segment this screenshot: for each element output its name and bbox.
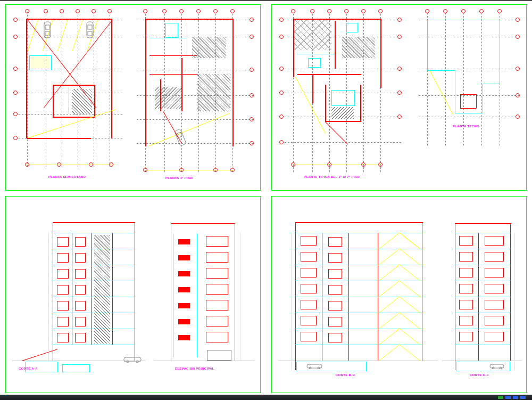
roof-edge (483, 84, 483, 113)
door (328, 253, 342, 263)
roof-edge (455, 70, 455, 113)
gridline (445, 12, 446, 145)
wall (94, 85, 95, 118)
grid-bubble (397, 91, 402, 95)
grid-bubble (291, 9, 295, 13)
furniture (331, 90, 355, 106)
window (459, 252, 473, 262)
door (75, 269, 86, 279)
grid-bubble (279, 115, 284, 119)
column (422, 222, 422, 361)
window (57, 301, 69, 311)
window (459, 316, 473, 325)
wall (460, 94, 461, 108)
sheet-bottom-left: CORTE A-A (5, 196, 261, 393)
diag (325, 121, 348, 144)
rail (178, 255, 190, 260)
gridline (419, 117, 520, 117)
window (206, 284, 228, 295)
section-title-a: CORTE A-A (19, 367, 38, 370)
wall (53, 85, 54, 117)
wall (145, 19, 146, 146)
grid-bubble (425, 9, 429, 13)
gridline (363, 12, 364, 172)
grid-bubble (230, 168, 235, 172)
rail (178, 319, 190, 324)
slab (455, 249, 510, 249)
grid-bubble (250, 93, 254, 97)
window (206, 300, 228, 311)
elevation-title: ELEVACION PRINCIPAL (175, 367, 214, 370)
grid-bubble (196, 9, 201, 13)
grid-bubble (327, 9, 331, 13)
grid-bubble (497, 9, 502, 13)
grid-bubble (57, 162, 61, 167)
gridline (19, 93, 124, 93)
grid-bubble (107, 9, 112, 13)
grid-bubble (44, 9, 48, 13)
gridline (137, 119, 254, 120)
grid-bubble (310, 9, 314, 13)
rail (178, 287, 190, 292)
car-icon (489, 363, 505, 369)
window (459, 268, 473, 277)
grid-bubble (516, 35, 520, 39)
gridline (19, 20, 124, 20)
stair-hatch (72, 89, 92, 115)
plan-title-semisotano: PLANTA SEMISOTANO (48, 175, 86, 178)
wall (145, 19, 234, 20)
gridline (285, 142, 402, 143)
roof-edge (500, 20, 500, 84)
parking-line (28, 20, 38, 51)
window (301, 284, 317, 293)
furniture (308, 58, 321, 68)
dim (240, 233, 240, 361)
wall (476, 94, 477, 108)
grid-bubble (76, 9, 80, 13)
window (206, 268, 228, 279)
furniture (346, 23, 358, 32)
gridline (19, 114, 124, 115)
wall (312, 74, 313, 103)
slab (455, 345, 510, 345)
window (57, 253, 69, 263)
car-icon (86, 21, 94, 39)
partition (91, 233, 92, 345)
slab (455, 265, 510, 265)
svg-rect-2 (45, 31, 49, 36)
roof-edge (455, 113, 483, 113)
wall (460, 94, 476, 95)
window (485, 236, 504, 246)
sheet-bottom-right: CORTE B-B (271, 196, 527, 393)
grid-bubble (13, 136, 18, 140)
cad-model-space[interactable]: PLANTA SEMISOTANO (0, 1, 532, 395)
window (206, 332, 228, 342)
status-led-icon (505, 396, 511, 399)
hatch (331, 107, 354, 119)
facade-edge (235, 223, 235, 361)
lot-line (148, 113, 230, 146)
status-led-icon (520, 396, 526, 399)
lot-line (429, 70, 453, 115)
wall (160, 79, 161, 111)
dim (291, 233, 292, 370)
grid-bubble (361, 9, 365, 13)
car-icon (306, 363, 323, 369)
gridline (285, 69, 402, 69)
wall (360, 85, 361, 122)
column (510, 223, 511, 361)
door (328, 333, 342, 342)
grid-bubble (162, 9, 167, 13)
gridline (19, 37, 124, 37)
section-title-c: CORTE C-C (470, 373, 489, 377)
wall (26, 19, 112, 20)
grid-bubble (479, 9, 484, 13)
grid-bubble (13, 112, 18, 116)
grid-bubble (179, 168, 184, 172)
grid-bubble (13, 35, 18, 39)
window (485, 268, 504, 277)
rail (178, 271, 190, 276)
gridline (137, 20, 254, 20)
dim (26, 165, 111, 165)
sheet-top-right: PLANTA TIPICA DEL 2° al 7° PISO (271, 4, 527, 191)
